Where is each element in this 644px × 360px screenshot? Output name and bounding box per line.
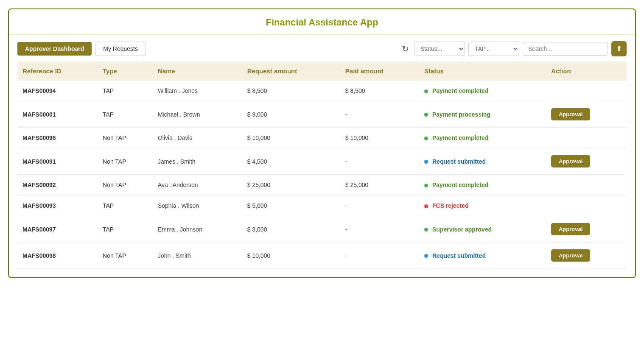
table-row: MAFS00097 TAP Emma . Johnson $ 8,000 - S… <box>17 216 627 243</box>
status-dot-icon <box>424 137 428 140</box>
cell-paid-amount: $ 25,000 <box>340 175 419 195</box>
cell-paid-amount: - <box>340 216 419 243</box>
tab-my-requests[interactable]: My Requests <box>95 42 146 56</box>
cell-name: Michael . Brown <box>153 101 242 128</box>
cell-action <box>546 195 627 216</box>
tab-approver-dashboard[interactable]: Approver Dashboard <box>17 42 92 56</box>
cell-request-amount: $ 5,000 <box>242 195 340 216</box>
table-row: MAFS00093 TAP Sophia . Wilson $ 5,000 - … <box>17 195 627 216</box>
status-text: Supervisor approved <box>432 226 492 233</box>
status-dot-icon <box>424 160 428 164</box>
cell-paid-amount: - <box>340 148 419 175</box>
status-text: FCS rejected <box>432 202 469 209</box>
status-filter[interactable]: Status... <box>414 42 465 56</box>
cell-type: TAP <box>98 216 153 243</box>
table-body: MAFS00094 TAP William . Jones $ 8,500 $ … <box>17 81 627 269</box>
col-name: Name <box>153 61 242 81</box>
status-dot-icon <box>424 184 428 187</box>
col-reference-id: Reference ID <box>17 61 98 81</box>
cell-ref-id: MAFS00093 <box>17 195 98 216</box>
app-title: Financial Assistance App <box>9 9 635 34</box>
status-dot-icon <box>424 204 428 208</box>
table-row: MAFS00001 TAP Michael . Brown $ 9,000 - … <box>17 101 627 128</box>
cell-request-amount: $ 25,000 <box>242 175 340 195</box>
cell-status: Payment completed <box>419 175 546 195</box>
approval-button[interactable]: Approval <box>551 155 590 167</box>
cell-name: Emma . Johnson <box>153 216 242 243</box>
table-row: MAFS00092 Non TAP Ava . Anderson $ 25,00… <box>17 175 627 195</box>
cell-type: Non TAP <box>98 148 153 175</box>
cell-status: Payment completed <box>419 128 546 148</box>
cell-ref-id: MAFS00096 <box>17 128 98 148</box>
cell-status: Supervisor approved <box>419 216 546 243</box>
cell-action: Approval <box>546 101 627 128</box>
cell-type: Non TAP <box>98 128 153 148</box>
cell-type: TAP <box>98 195 153 216</box>
cell-request-amount: $ 9,000 <box>242 101 340 128</box>
status-dot-icon <box>424 228 428 232</box>
cell-type: Non TAP <box>98 243 153 269</box>
approval-button[interactable]: Approval <box>551 249 590 262</box>
cell-request-amount: $ 10,000 <box>242 128 340 148</box>
cell-type: TAP <box>98 81 153 101</box>
col-paid-amount: Paid amount <box>340 61 419 81</box>
cell-action: Approval <box>546 216 627 243</box>
cell-paid-amount: $ 8,500 <box>340 81 419 101</box>
upload-button[interactable]: ⬆ <box>611 41 627 56</box>
cell-type: TAP <box>98 101 153 128</box>
cell-status: Payment processing <box>419 101 546 128</box>
tap-filter[interactable]: TAP... <box>468 42 519 56</box>
cell-name: Sophia . Wilson <box>153 195 242 216</box>
cell-status: Request submitted <box>419 243 546 269</box>
status-text: Request submitted <box>432 158 486 165</box>
cell-action <box>546 128 627 148</box>
table-row: MAFS00094 TAP William . Jones $ 8,500 $ … <box>17 81 627 101</box>
approval-button[interactable]: Approval <box>551 108 590 120</box>
cell-ref-id: MAFS00091 <box>17 148 98 175</box>
table-header-row: Reference ID Type Name Request amount Pa… <box>17 61 627 81</box>
cell-name: John . Smith <box>153 243 242 269</box>
upload-icon: ⬆ <box>616 44 622 53</box>
refresh-button[interactable]: ↻ <box>402 44 409 54</box>
search-input[interactable] <box>523 42 608 56</box>
title-divider <box>9 34 635 34</box>
cell-request-amount: $ 8,500 <box>242 81 340 101</box>
status-text: Payment completed <box>432 87 488 94</box>
data-table: Reference ID Type Name Request amount Pa… <box>17 61 627 269</box>
cell-action <box>546 81 627 101</box>
cell-ref-id: MAFS00098 <box>17 243 98 269</box>
approval-button[interactable]: Approval <box>551 223 590 235</box>
app-container: Financial Assistance App Approver Dashbo… <box>8 8 636 278</box>
cell-paid-amount: - <box>340 243 419 269</box>
table-row: MAFS00091 Non TAP James . Smith $ 4,500 … <box>17 148 627 175</box>
cell-name: William . Jones <box>153 81 242 101</box>
table-wrapper: Reference ID Type Name Request amount Pa… <box>9 61 635 269</box>
status-dot-icon <box>424 113 428 117</box>
status-dot-icon <box>424 89 428 93</box>
cell-ref-id: MAFS00094 <box>17 81 98 101</box>
col-request-amount: Request amount <box>242 61 340 81</box>
cell-action: Approval <box>546 243 627 269</box>
cell-paid-amount: $ 10,000 <box>340 128 419 148</box>
cell-action: Approval <box>546 148 627 175</box>
cell-request-amount: $ 10,000 <box>242 243 340 269</box>
col-status: Status <box>419 61 546 81</box>
cell-ref-id: MAFS00092 <box>17 175 98 195</box>
cell-action <box>546 175 627 195</box>
status-text: Request submitted <box>432 252 486 259</box>
cell-type: Non TAP <box>98 175 153 195</box>
toolbar: Approver Dashboard My Requests ↻ Status.… <box>9 38 635 61</box>
cell-request-amount: $ 4,500 <box>242 148 340 175</box>
cell-paid-amount: - <box>340 101 419 128</box>
table-row: MAFS00098 Non TAP John . Smith $ 10,000 … <box>17 243 627 269</box>
cell-paid-amount: - <box>340 195 419 216</box>
status-text: Payment completed <box>432 181 488 188</box>
cell-status: Payment completed <box>419 81 546 101</box>
status-text: Payment completed <box>432 134 488 141</box>
status-dot-icon <box>424 254 428 258</box>
cell-name: James . Smith <box>153 148 242 175</box>
cell-status: FCS rejected <box>419 195 546 216</box>
col-type: Type <box>98 61 153 81</box>
table-row: MAFS00096 Non TAP Olivia . Davis $ 10,00… <box>17 128 627 148</box>
status-text: Payment processing <box>432 111 490 118</box>
